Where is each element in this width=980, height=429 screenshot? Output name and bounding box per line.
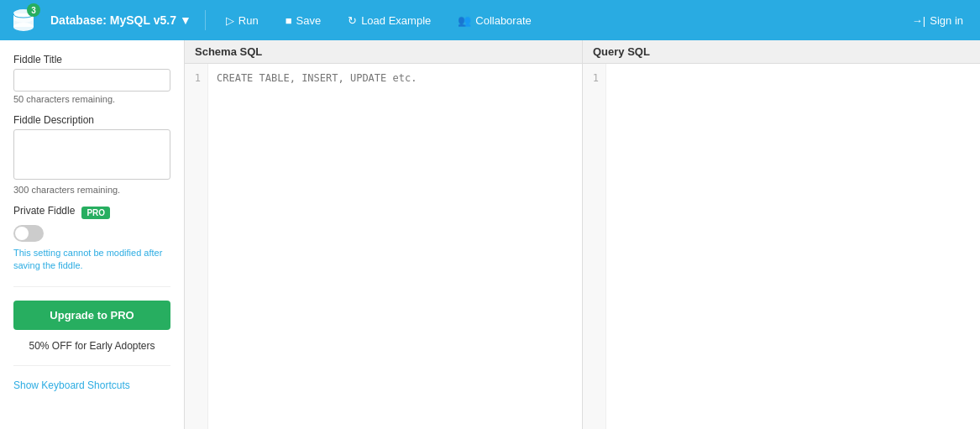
toggle-note: This setting cannot be modified after sa… [13, 247, 170, 273]
private-fiddle-row: Private Fiddle PRO [13, 205, 170, 220]
sign-in-icon: →| [912, 14, 925, 27]
fiddle-desc-label: Fiddle Description [13, 114, 170, 126]
load-example-button[interactable]: ↻ Load Example [341, 11, 438, 30]
schema-editor-body: 1 [185, 64, 582, 429]
save-icon: ■ [286, 14, 292, 27]
upgrade-button[interactable]: Upgrade to PRO [13, 301, 170, 330]
fiddle-title-field: Fiddle Title 50 characters remaining. [13, 54, 170, 104]
fiddle-desc-input[interactable] [13, 129, 170, 180]
query-editor: Query SQL 1 [583, 40, 980, 429]
fiddle-title-input[interactable] [13, 69, 170, 92]
query-line-numbers: 1 [583, 64, 606, 429]
logo: 3 [10, 7, 37, 34]
schema-line-numbers: 1 [185, 64, 208, 429]
header-divider [205, 10, 206, 30]
schema-editor-header: Schema SQL [185, 40, 582, 64]
logo-badge: 3 [27, 3, 40, 17]
query-editor-header: Query SQL [583, 40, 980, 64]
sidebar: Fiddle Title 50 characters remaining. Fi… [0, 40, 185, 429]
editors-area: Schema SQL 1 Query SQL 1 [185, 40, 980, 429]
fiddle-description-field: Fiddle Description 300 characters remain… [13, 114, 170, 195]
private-toggle[interactable] [13, 225, 44, 242]
svg-point-2 [13, 23, 34, 31]
pro-badge: PRO [81, 207, 110, 219]
schema-code-input[interactable] [208, 64, 582, 429]
keyboard-shortcuts-link[interactable]: Show Keyboard Shortcuts [13, 379, 170, 391]
private-fiddle-label: Private Fiddle [13, 205, 75, 217]
database-selector[interactable]: Database: MySQL v5.7 ▼ [50, 13, 191, 27]
fiddle-title-label: Fiddle Title [13, 54, 170, 65]
sign-in-button[interactable]: →| Sign in [905, 11, 970, 30]
promo-text: 50% OFF for Early Adopters [13, 340, 170, 352]
logo-icon: 3 [10, 7, 37, 34]
run-button[interactable]: ▷ Run [219, 11, 265, 30]
schema-editor: Schema SQL 1 [185, 40, 583, 429]
fiddle-title-chars: 50 characters remaining. [13, 94, 170, 104]
save-button[interactable]: ■ Save [279, 11, 328, 30]
load-icon: ↻ [348, 14, 357, 27]
run-icon: ▷ [226, 14, 234, 27]
toggle-knob [15, 227, 29, 240]
query-editor-body: 1 [583, 64, 980, 429]
fiddle-desc-chars: 300 characters remaining. [13, 185, 170, 195]
sidebar-divider-2 [13, 365, 170, 366]
collaborate-icon: 👥 [458, 14, 471, 27]
collaborate-button[interactable]: 👥 Collaborate [451, 11, 538, 30]
sidebar-divider [13, 286, 170, 287]
main-layout: Fiddle Title 50 characters remaining. Fi… [0, 40, 980, 429]
query-code-input[interactable] [606, 64, 980, 429]
private-fiddle-section: Private Fiddle PRO This setting cannot b… [13, 205, 170, 273]
app-header: 3 Database: MySQL v5.7 ▼ ▷ Run ■ Save ↻ … [0, 0, 980, 40]
